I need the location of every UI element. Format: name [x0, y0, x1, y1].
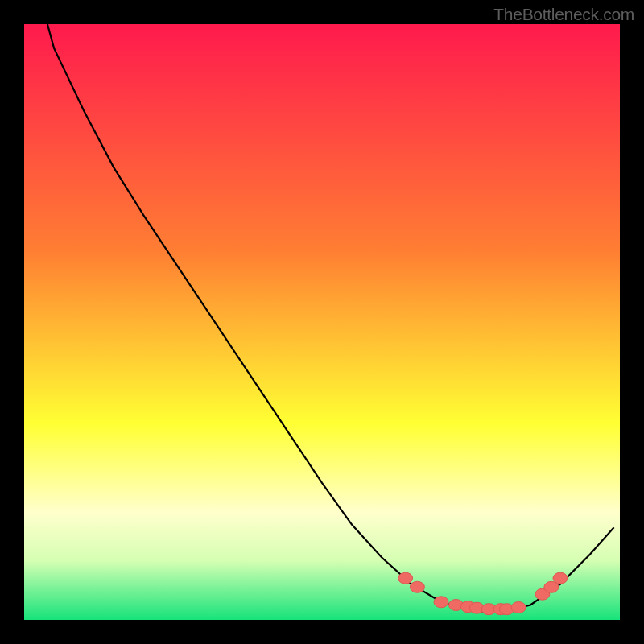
- data-marker: [434, 597, 448, 608]
- data-marker: [511, 602, 526, 613]
- plot-background: [24, 24, 620, 620]
- data-marker: [398, 572, 413, 584]
- attribution-text: TheBottleneck.com: [493, 5, 634, 24]
- data-marker: [410, 581, 424, 592]
- data-marker: [553, 572, 568, 584]
- chart-svg: [0, 0, 644, 644]
